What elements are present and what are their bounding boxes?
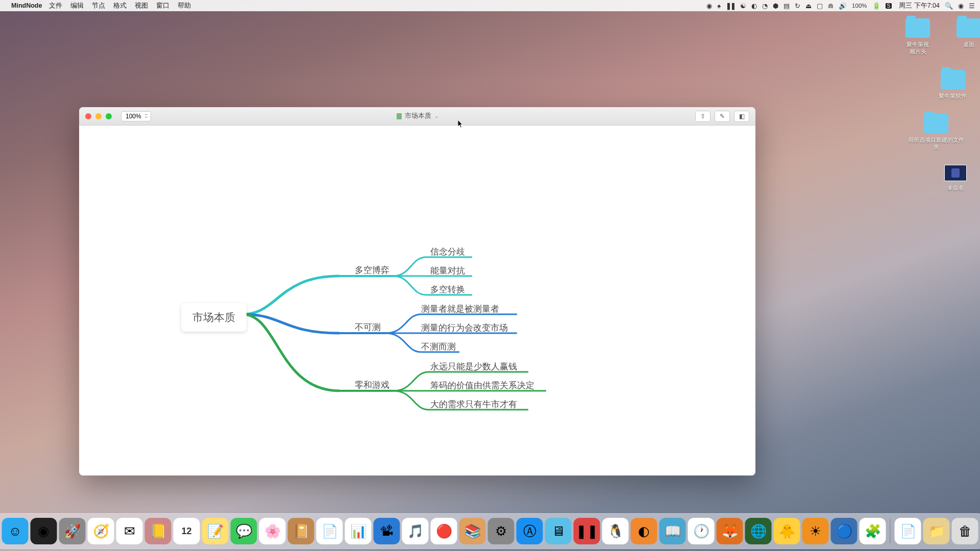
menu-help[interactable]: 帮助 bbox=[178, 2, 191, 10]
status-icon-1[interactable]: ☯ bbox=[740, 2, 746, 10]
dock-app2[interactable]: 🐥 bbox=[774, 518, 800, 544]
document-title[interactable]: 市场本质 ⌄ bbox=[397, 112, 438, 120]
desktop-folder-4[interactable]: 用所选项目新建的文件夹 bbox=[905, 114, 967, 151]
dock-uc[interactable]: ◐ bbox=[631, 518, 657, 544]
dock-messages[interactable]: 💬 bbox=[231, 518, 257, 544]
leaf-2-2[interactable]: 测量的行为会改变市场 bbox=[421, 322, 508, 334]
dock-mail[interactable]: ✉ bbox=[116, 518, 143, 544]
folder-label: 聚牛策视频片头 bbox=[905, 41, 930, 56]
dock-doc[interactable]: 📄 bbox=[895, 518, 921, 544]
leaf-1-3[interactable]: 多空转换 bbox=[430, 284, 465, 295]
leaf-1-2[interactable]: 能量对抗 bbox=[430, 265, 465, 277]
dock-books[interactable]: 📚 bbox=[459, 518, 486, 544]
leaf-2-3[interactable]: 不测而测 bbox=[421, 341, 456, 353]
leaf-1-1[interactable]: 信念分歧 bbox=[430, 246, 465, 258]
branch-1-label[interactable]: 多空博弈 bbox=[355, 264, 389, 276]
status-icon-5[interactable]: ▤ bbox=[783, 2, 790, 10]
dock-chrome[interactable]: 🔴 bbox=[431, 518, 457, 544]
volume-icon[interactable]: 🔊 bbox=[839, 2, 847, 10]
desktop-icons: 聚牛策视频片头 桌面 聚牛策软件 用所选项目新建的文件夹 未命名 bbox=[905, 18, 967, 192]
dock-separator bbox=[890, 519, 891, 543]
titlebar[interactable]: 100% 市场本质 ⌄ ⇧ ✎ ◧ bbox=[79, 107, 755, 126]
dock-trash[interactable]: 🗑 bbox=[952, 518, 978, 544]
dock-keynote[interactable]: 📽 bbox=[374, 518, 400, 544]
dock-appstore[interactable]: Ⓐ bbox=[517, 518, 543, 544]
mindmap-root[interactable]: 市场本质 bbox=[181, 303, 247, 332]
menu-view[interactable]: 视图 bbox=[135, 2, 148, 10]
leaf-2-1[interactable]: 测量者就是被测量者 bbox=[421, 303, 499, 315]
airplay-icon[interactable]: ▢ bbox=[817, 2, 823, 10]
dock-reminders[interactable]: 📔 bbox=[288, 518, 314, 544]
menu-file[interactable]: 文件 bbox=[49, 2, 62, 10]
eject-icon[interactable]: ⏏ bbox=[805, 2, 812, 10]
leaf-3-1[interactable]: 永远只能是少数人赢钱 bbox=[430, 361, 517, 372]
input-icon[interactable]: S bbox=[886, 3, 892, 9]
dock-notes[interactable]: 📝 bbox=[202, 518, 229, 544]
dock-contacts[interactable]: 📒 bbox=[145, 518, 172, 544]
dock-activity[interactable]: ❚❚ bbox=[574, 518, 600, 544]
dock-calendar[interactable]: 12 bbox=[174, 518, 200, 544]
zoom-select[interactable]: 100% bbox=[121, 111, 151, 121]
dock-safari[interactable]: 🧭 bbox=[88, 518, 114, 544]
dock-preferences[interactable]: ⚙ bbox=[488, 518, 514, 544]
brush-icon: ✎ bbox=[720, 113, 725, 120]
dock: ☺◉🚀🧭✉📒12📝💬🌸📔📄📊📽🎵🔴📚⚙Ⓐ🖥❚❚🐧◐📖🕐🦊🌐🐥☀🔵🧩📄📁🗑 bbox=[0, 513, 980, 549]
dock-reader[interactable]: 📖 bbox=[659, 518, 686, 544]
battery-icon[interactable]: 🔋 bbox=[872, 2, 880, 10]
share-button[interactable]: ⇧ bbox=[695, 111, 710, 122]
status-icon-2[interactable]: ◐ bbox=[751, 2, 757, 10]
dock-folder[interactable]: 📁 bbox=[923, 518, 950, 544]
status-icon-4[interactable]: ⬢ bbox=[773, 2, 778, 10]
file-label: 未命名 bbox=[947, 184, 964, 191]
dock-app1[interactable]: 🌐 bbox=[745, 518, 772, 544]
maximize-button[interactable] bbox=[106, 113, 112, 119]
dock-clock[interactable]: 🕐 bbox=[688, 518, 715, 544]
app-name[interactable]: MindNode bbox=[11, 2, 42, 9]
status-icon-3[interactable]: ◔ bbox=[762, 2, 768, 10]
dock-pages[interactable]: 📄 bbox=[316, 518, 343, 544]
dock-numbers[interactable]: 📊 bbox=[345, 518, 372, 544]
pause-icon[interactable]: ❚❚ bbox=[726, 2, 735, 10]
desktop-folder-3[interactable]: 聚牛策软件 bbox=[939, 70, 967, 99]
menu-format[interactable]: 格式 bbox=[113, 2, 127, 10]
spotlight-icon[interactable]: 🔍 bbox=[945, 2, 953, 10]
battery-percent[interactable]: 100% bbox=[852, 3, 867, 9]
dock-firefox[interactable]: 🦊 bbox=[717, 518, 743, 544]
menu-edit[interactable]: 编辑 bbox=[70, 2, 84, 10]
dock-siri[interactable]: ◉ bbox=[31, 518, 57, 544]
folder-label: 聚牛策软件 bbox=[939, 92, 967, 99]
panel-button[interactable]: ◧ bbox=[734, 111, 749, 122]
user-icon[interactable]: ◉ bbox=[958, 2, 964, 10]
dock-app4[interactable]: 🔵 bbox=[831, 518, 857, 544]
menu-window[interactable]: 窗口 bbox=[156, 2, 169, 10]
dock-photos[interactable]: 🌸 bbox=[259, 518, 286, 544]
dock-finder[interactable]: ☺ bbox=[2, 518, 29, 544]
notifications-icon[interactable]: ☰ bbox=[969, 2, 975, 10]
dock-itunes[interactable]: 🎵 bbox=[402, 518, 429, 544]
mindnode-window: 100% 市场本质 ⌄ ⇧ ✎ ◧ bbox=[79, 107, 755, 475]
leaf-3-3[interactable]: 大的需求只有牛市才有 bbox=[430, 398, 517, 410]
minimize-button[interactable] bbox=[95, 113, 102, 119]
dock-qq[interactable]: 🐧 bbox=[602, 518, 629, 544]
timemachine-icon[interactable]: ↻ bbox=[795, 2, 800, 10]
branch-2-label[interactable]: 不可测 bbox=[355, 321, 381, 333]
desktop-file-1[interactable]: 未命名 bbox=[944, 165, 967, 191]
desktop-folder-2[interactable]: 桌面 bbox=[957, 18, 980, 56]
menu-node[interactable]: 节点 bbox=[92, 2, 105, 10]
dock-app3[interactable]: ☀ bbox=[802, 518, 829, 544]
bell-icon[interactable]: ♠ bbox=[717, 2, 721, 10]
record-icon[interactable]: ◉ bbox=[706, 2, 712, 10]
style-button[interactable]: ✎ bbox=[715, 111, 730, 122]
menubar-right: ◉ ♠ ❚❚ ☯ ◐ ◔ ⬢ ▤ ↻ ⏏ ▢ ⋒ 🔊 100% 🔋 S 周三 下… bbox=[706, 2, 975, 10]
close-button[interactable] bbox=[85, 113, 91, 119]
leaf-3-2[interactable]: 筹码的价值由供需关系决定 bbox=[430, 380, 534, 391]
branch-3-label[interactable]: 零和游戏 bbox=[355, 379, 389, 391]
mindmap-canvas[interactable]: 市场本质 多空博弈 信念分歧 能量对抗 多空转换 不可测 测量者就是被测量者 测… bbox=[79, 126, 755, 475]
dock-screenshot[interactable]: 🖥 bbox=[545, 518, 572, 544]
clock[interactable]: 周三 下午7:04 bbox=[899, 2, 940, 10]
desktop-folder-1[interactable]: 聚牛策视频片头 bbox=[905, 18, 930, 56]
folder-icon bbox=[924, 114, 948, 133]
dock-launchpad[interactable]: 🚀 bbox=[59, 518, 86, 544]
wifi-icon[interactable]: ⋒ bbox=[828, 2, 834, 10]
dock-mindnode[interactable]: 🧩 bbox=[860, 518, 886, 544]
